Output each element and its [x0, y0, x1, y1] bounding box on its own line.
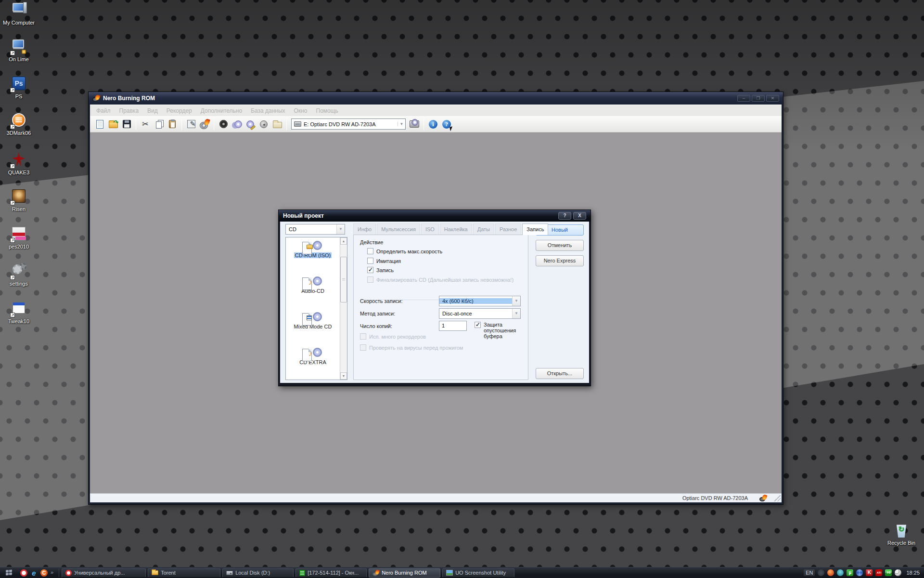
menu-recorder[interactable]: Рекордер: [162, 107, 196, 114]
save-button[interactable]: [120, 118, 133, 131]
task-button-torent[interactable]: Torent: [148, 568, 220, 578]
burn-button[interactable]: [198, 118, 211, 131]
tray-swirl-icon[interactable]: [856, 569, 863, 576]
tray-hi-icon[interactable]: HI: [885, 569, 892, 576]
disc-images-button[interactable]: [230, 118, 244, 131]
language-indicator[interactable]: EN: [804, 569, 815, 576]
dialog-titlebar[interactable]: Новый проект ? X: [279, 210, 590, 222]
task-button-172-514-112[interactable]: [172-514-112] - Окн...: [295, 568, 367, 578]
help-button[interactable]: ?: [440, 118, 453, 131]
list-item-mixed-mode-cd[interactable]: Mixed Mode CD: [286, 309, 340, 344]
eject-button[interactable]: [257, 118, 270, 131]
checkbox-row-simulation[interactable]: Имитация: [367, 258, 401, 264]
browse-button[interactable]: [270, 118, 284, 131]
menu-edit[interactable]: Правка: [115, 107, 143, 114]
desktop-icon-tweak10[interactable]: ↗ Tweak10: [1, 301, 37, 324]
desktop-icon-quake3[interactable]: ↗ QUAKE3: [1, 152, 37, 175]
checkbox-row-buffer-protection[interactable]: Защита опустошения буфера: [475, 322, 527, 339]
desktop-icon-pes2010[interactable]: ↗ pes2010: [1, 226, 37, 250]
checkbox-row-write[interactable]: Запись: [367, 267, 394, 273]
menu-help[interactable]: Помощь: [312, 107, 343, 114]
copies-input[interactable]: 1: [439, 321, 467, 331]
tab-burn[interactable]: Запись: [522, 223, 548, 235]
task-button-nero[interactable]: Nero Burning ROM: [369, 568, 440, 578]
desktop-icon-recycle-bin[interactable]: ↻ Recycle Bin: [884, 522, 919, 546]
open-button[interactable]: ↷: [106, 118, 120, 131]
tab-misc[interactable]: Разное: [495, 223, 521, 235]
desktop-icon-on-lime[interactable]: ↗ On Lime: [1, 39, 37, 62]
tray-ati-icon[interactable]: ATI: [875, 569, 882, 576]
disc-info-button[interactable]: [244, 118, 257, 131]
checkbox-checked-icon[interactable]: [475, 322, 481, 328]
desktop-icon-settings[interactable]: ↗ settings: [1, 263, 37, 287]
tab-info[interactable]: Инфо: [353, 223, 376, 235]
open-button[interactable]: Открыть...: [536, 368, 584, 379]
checkbox-unchecked-icon[interactable]: [360, 344, 366, 351]
internet-explorer-icon[interactable]: e: [30, 569, 38, 577]
media-type-select[interactable]: CD ▼: [285, 224, 345, 235]
task-button-opera[interactable]: Универсальный др...: [62, 568, 146, 578]
chevron-more-icon[interactable]: »: [51, 569, 55, 576]
menu-database[interactable]: База данных: [246, 107, 289, 114]
menu-view[interactable]: Вид: [143, 107, 162, 114]
scroll-up-icon[interactable]: ▲: [340, 237, 347, 245]
write-method-select[interactable]: Disc-at-once ▼: [439, 308, 521, 319]
opera-icon[interactable]: [20, 569, 27, 577]
desktop-icon-3dmark06[interactable]: ↗ 3DMark06: [1, 112, 37, 136]
resize-grip[interactable]: [774, 495, 781, 501]
tray-utorrent-icon[interactable]: µ: [847, 569, 853, 576]
tray-orange-shield-icon[interactable]: [827, 569, 834, 576]
tab-iso[interactable]: ISO: [421, 223, 439, 235]
info-button[interactable]: i: [426, 118, 440, 131]
tab-multisession[interactable]: Мультисессия: [377, 223, 420, 235]
copy-disc-button[interactable]: [217, 118, 230, 131]
chevron-down-icon[interactable]: ▼: [336, 224, 345, 234]
menu-file[interactable]: Файл: [92, 107, 115, 114]
comodo-icon[interactable]: C: [40, 569, 48, 577]
scrollbar-thumb[interactable]: [340, 257, 347, 302]
desktop-icon-my-computer[interactable]: My Computer: [1, 2, 37, 26]
chevron-down-icon[interactable]: ▼: [398, 122, 405, 126]
desktop-icon-ps[interactable]: Ps↗ PS: [1, 76, 37, 99]
cancel-button[interactable]: Отменить: [536, 240, 584, 251]
list-item-cdrom-iso[interactable]: CD-ROM (ISO): [286, 237, 340, 273]
chevron-down-icon[interactable]: ▼: [512, 296, 520, 306]
task-button-local-disk[interactable]: Local Disk (D:): [222, 568, 294, 578]
copy-button[interactable]: [152, 118, 166, 131]
nero-express-button[interactable]: Nero Express: [536, 255, 584, 266]
list-item-cd-extra[interactable]: ♪ CD EXTRA: [286, 344, 340, 380]
close-button[interactable]: ✕: [766, 95, 779, 102]
write-speed-select[interactable]: 4x (600 Кб/с) ▼: [439, 296, 521, 306]
checkbox-row-virus-check[interactable]: Проверять на вирусы перед прожигом: [360, 344, 463, 351]
checkbox-checked-icon[interactable]: [367, 267, 373, 273]
desktop-icon-risen[interactable]: ↗ Risen: [1, 188, 37, 212]
list-item-audio-cd[interactable]: ♪ Audio-CD: [286, 273, 340, 309]
window-titlebar[interactable]: Nero Burning ROM – ❐ ✕: [89, 92, 783, 105]
menu-window[interactable]: Окно: [290, 107, 312, 114]
menu-extras[interactable]: Дополнительно: [196, 107, 246, 114]
tab-dates[interactable]: Даты: [473, 223, 494, 235]
tray-teal-mask-icon[interactable]: [837, 569, 844, 576]
recorder-button[interactable]: [408, 118, 421, 131]
write-compilation-button[interactable]: [184, 118, 198, 131]
tray-cow-icon[interactable]: [895, 569, 901, 576]
tray-kaspersky-icon[interactable]: K: [866, 569, 873, 576]
list-scrollbar[interactable]: ▲ ▼: [340, 237, 347, 380]
chevron-down-icon[interactable]: ▼: [512, 309, 520, 318]
dialog-close-button[interactable]: X: [573, 212, 586, 220]
drive-selector[interactable]: E: Optiarc DVD RW AD-7203A ▼: [291, 118, 406, 130]
checkbox-unchecked-icon[interactable]: [360, 333, 366, 340]
minimize-button[interactable]: –: [737, 95, 750, 102]
dialog-help-button[interactable]: ?: [558, 212, 571, 220]
checkbox-unchecked-icon[interactable]: [367, 258, 373, 264]
task-button-uo-screenshot[interactable]: UO Screenshot Utility: [442, 568, 514, 578]
tray-dim-circle-icon[interactable]: [818, 569, 824, 576]
cut-button[interactable]: ✂: [139, 118, 152, 131]
scroll-down-icon[interactable]: ▼: [340, 372, 347, 380]
tab-label[interactable]: Наклейка: [440, 223, 472, 235]
checkbox-row-determine-max-speed[interactable]: Определить макс.скорость: [367, 248, 442, 254]
maximize-button[interactable]: ❐: [752, 95, 765, 102]
checkbox-unchecked-icon[interactable]: [367, 248, 373, 254]
checkbox-row-multi-recorder[interactable]: Исп. много рекордеров: [360, 333, 426, 340]
paste-button[interactable]: [166, 118, 179, 131]
